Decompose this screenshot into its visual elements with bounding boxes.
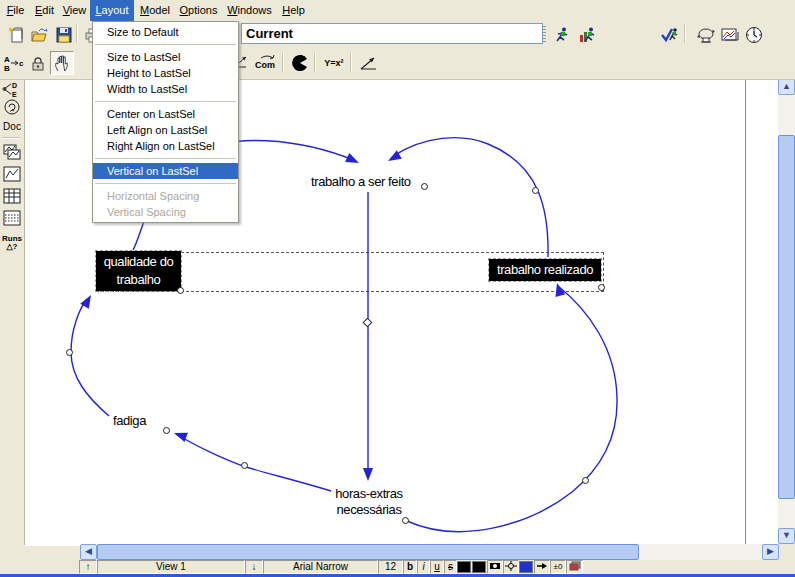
variable-handle[interactable] <box>163 427 170 434</box>
menu-item-center-on-lastsel[interactable]: Center on LastSel <box>93 106 238 122</box>
menu-item-vertical-spacing[interactable]: Vertical Spacing <box>93 204 238 220</box>
simulate-setup-button[interactable] <box>576 23 600 47</box>
svg-text:B: B <box>4 64 10 73</box>
arc-handle[interactable] <box>582 477 589 484</box>
window-layers-button[interactable] <box>566 560 583 574</box>
arc-handle[interactable] <box>532 187 539 194</box>
vertical-scroll-thumb[interactable] <box>778 135 795 499</box>
toolbar-separator <box>76 24 78 43</box>
menu-item-left-align-on-lastsel[interactable]: Left Align on LastSel <box>93 122 238 138</box>
variable-handle[interactable] <box>402 517 409 524</box>
loops-button[interactable] <box>1 97 23 117</box>
page-boundary-line <box>745 80 746 544</box>
causes-strip-button[interactable] <box>1 142 23 162</box>
menu-item-size-to-default[interactable]: Size to Default <box>93 24 238 40</box>
document-button[interactable]: Doc <box>1 117 23 137</box>
box-color-swatch[interactable] <box>472 561 486 573</box>
arc-handle[interactable] <box>241 462 248 469</box>
menu-help[interactable]: Help <box>278 0 309 21</box>
menu-layout[interactable]: Layout <box>90 0 134 21</box>
view-down-button[interactable]: ↓ <box>245 560 263 574</box>
toolbar-separator <box>350 53 352 72</box>
menu-item-width-to-lastsel[interactable]: Width to LastSel <box>93 81 238 97</box>
toolbar-separator <box>684 24 686 43</box>
variable-handle[interactable] <box>598 284 605 291</box>
adjust-button[interactable]: ±0 <box>550 560 566 574</box>
menu-view[interactable]: View <box>60 0 89 21</box>
window-layers-icon <box>569 561 581 571</box>
variable-handle[interactable] <box>177 287 184 294</box>
shape-style-button[interactable] <box>487 560 503 574</box>
view-up-button[interactable]: ↑ <box>79 560 97 574</box>
vertical-scrollbar[interactable]: ▲ ▼ <box>778 79 795 544</box>
angle-graph-icon <box>359 54 379 72</box>
menu-model[interactable]: Model <box>137 0 173 21</box>
causes-tree-button[interactable]: D E <box>1 79 23 99</box>
font-name[interactable]: Arial Narrow <box>263 560 378 574</box>
pacman-icon <box>291 54 309 72</box>
save-floppy-icon <box>56 27 72 43</box>
variable-trabalho-realizado[interactable]: trabalho realizado <box>489 259 601 281</box>
menu-item-height-to-lastsel[interactable]: Height to LastSel <box>93 65 238 81</box>
reference-mode-button[interactable] <box>356 51 382 75</box>
menu-windows[interactable]: Windows <box>224 0 275 21</box>
doc-icon: Doc <box>3 123 21 131</box>
variable-trabalho-a-ser-feito[interactable]: trabalho a ser feito <box>311 174 411 189</box>
menu-options[interactable]: Options <box>176 0 221 21</box>
comment-tool-button[interactable]: Com <box>252 51 280 75</box>
underline-button[interactable]: u <box>430 560 444 574</box>
check-model-button[interactable] <box>658 23 682 47</box>
strike-button[interactable]: s <box>444 560 457 574</box>
toolbar-separator <box>282 53 284 72</box>
menu-item-size-to-lastsel[interactable]: Size to LastSel <box>93 49 238 65</box>
scroll-down-button[interactable]: ▼ <box>778 528 795 544</box>
time-axis-button[interactable] <box>742 23 766 47</box>
causal-loop-button[interactable] <box>694 23 718 47</box>
variable-tool-button[interactable]: A B c <box>2 51 26 75</box>
new-model-button[interactable] <box>4 23 28 47</box>
runner-icon <box>553 26 571 44</box>
variable-fadiga[interactable]: fadiga <box>113 413 146 428</box>
equations-tool-button[interactable]: Y=x² <box>320 51 348 75</box>
menu-item-horizontal-spacing[interactable]: Horizontal Spacing <box>93 188 238 204</box>
menu-item-vertical-on-lastsel[interactable]: Vertical on LastSel <box>93 163 238 179</box>
scroll-left-button[interactable]: ◀ <box>80 544 97 560</box>
view-name[interactable]: View 1 <box>97 560 245 574</box>
scroll-right-button[interactable]: ▶ <box>762 544 779 560</box>
simulate-button[interactable] <box>550 23 574 47</box>
variable-handle[interactable] <box>421 183 428 190</box>
menu-edit[interactable]: Edit <box>31 0 58 21</box>
arc-handle[interactable] <box>66 349 73 356</box>
text-color-swatch[interactable] <box>457 561 471 573</box>
toolbar-grip[interactable] <box>543 26 546 42</box>
scroll-up-button[interactable]: ▲ <box>778 79 795 95</box>
italic-button[interactable]: i <box>417 560 430 574</box>
horizontal-scrollbar[interactable]: ◀ ▶ <box>80 544 778 560</box>
menu-separator <box>95 183 236 184</box>
move-tool-button[interactable] <box>50 51 74 75</box>
open-model-button[interactable] <box>27 23 51 47</box>
analysis-toolbar: D E Doc <box>0 79 25 545</box>
fill-color-swatch[interactable] <box>519 561 533 573</box>
graph-button[interactable] <box>1 164 23 184</box>
loops-icon <box>3 98 21 116</box>
menu-separator <box>95 101 236 102</box>
menu-file[interactable]: File <box>2 0 29 21</box>
arrow-style-button[interactable] <box>534 560 550 574</box>
graph-tool-button[interactable] <box>718 23 742 47</box>
graph-window-icon <box>721 27 740 44</box>
position-button[interactable] <box>503 560 519 574</box>
font-size[interactable]: 12 <box>378 560 403 574</box>
run-name-field[interactable]: Current <box>241 23 543 44</box>
table-button[interactable] <box>1 186 23 206</box>
runs-compare-button[interactable]: Runs △? <box>1 231 23 255</box>
save-model-button[interactable] <box>52 23 76 47</box>
menu-item-right-align-on-lastsel[interactable]: Right Align on LastSel <box>93 138 238 154</box>
lock-tool-button[interactable] <box>26 51 50 75</box>
bold-button[interactable]: b <box>403 560 417 574</box>
table-time-down-button[interactable] <box>1 208 23 228</box>
delete-tool-button[interactable] <box>288 51 312 75</box>
variable-horas-extras-necessarias[interactable]: horas-extras necessárias <box>325 486 413 518</box>
variable-qualidade-do-trabalho[interactable]: qualidade do trabalho <box>96 251 181 291</box>
horizontal-scroll-thumb[interactable] <box>97 544 639 560</box>
